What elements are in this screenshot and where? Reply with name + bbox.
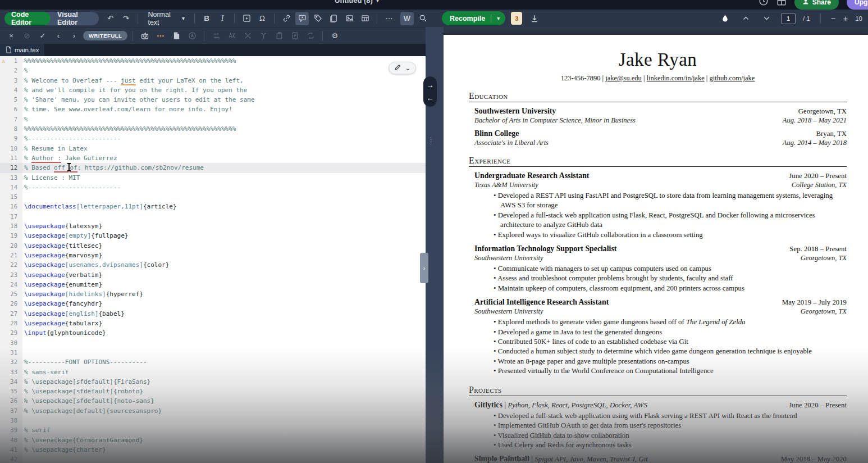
translate-icon[interactable] bbox=[225, 29, 239, 43]
upgrade-button[interactable]: Upgrade bbox=[847, 0, 868, 10]
history-icon[interactable] bbox=[759, 0, 769, 8]
chevron-down-icon[interactable]: ▾ bbox=[491, 15, 505, 21]
code-line[interactable]: 7% bbox=[0, 115, 434, 124]
paragraph-style-dropdown[interactable]: Normal text ▾ bbox=[143, 11, 189, 26]
italic-button[interactable]: I bbox=[216, 12, 229, 25]
divider-resize-handle[interactable]: › bbox=[420, 253, 428, 283]
bold-button[interactable]: B bbox=[200, 12, 213, 25]
code-line[interactable]: 4% and we'll compile it for you on the r… bbox=[0, 85, 434, 95]
close-icon[interactable]: × bbox=[4, 29, 18, 43]
ai-assistant-icon[interactable] bbox=[138, 29, 152, 43]
code-line[interactable]: 24\usepackage{enumitem} bbox=[0, 280, 434, 289]
code-line[interactable]: 37% \usepackage[default]{sourcesanspro} bbox=[0, 406, 434, 416]
contact-link[interactable]: jake@su.edu bbox=[605, 74, 642, 82]
code-line[interactable]: 11% Author : Jake Gutierrez bbox=[0, 153, 434, 163]
code-line[interactable]: 34% \usepackage[sfdefault]{FiraSans} bbox=[0, 377, 434, 387]
paraphrase-icon[interactable] bbox=[209, 29, 223, 43]
divider-drag-dots[interactable]: ⋮⋮ bbox=[428, 138, 434, 143]
code-line[interactable]: 20\usepackage{titlesec} bbox=[0, 241, 434, 251]
contrast-icon[interactable] bbox=[719, 12, 732, 25]
add-comment-button[interactable] bbox=[295, 12, 309, 25]
code-line[interactable]: 10% Resume in Latex bbox=[0, 144, 434, 153]
recompile-button[interactable]: Recompile ▾ bbox=[442, 11, 505, 25]
code-line[interactable]: 30 bbox=[0, 338, 434, 348]
code-line[interactable]: 36% \usepackage[sfdefault]{noto-sans} bbox=[0, 396, 434, 406]
split-sentence-icon[interactable] bbox=[241, 29, 254, 43]
code-line[interactable]: 3% Welcome to Overleaf --- just edit you… bbox=[0, 76, 434, 85]
search-icon[interactable] bbox=[416, 12, 430, 25]
code-line[interactable]: 6% time. See www.overleaf.com/learn for … bbox=[0, 105, 434, 114]
page-up-icon[interactable] bbox=[739, 12, 753, 25]
code-line[interactable]: 41% \usepackage{charter} bbox=[0, 445, 434, 455]
code-line[interactable]: 2% bbox=[0, 66, 434, 75]
code-line[interactable]: 19\usepackage[empty]{fullpage} bbox=[0, 231, 434, 240]
code-line[interactable]: 25\usepackage[hidelinks]{hyperref} bbox=[0, 289, 434, 299]
insert-link-button[interactable] bbox=[280, 12, 293, 25]
code-line[interactable]: 21\usepackage{marvosym} bbox=[0, 251, 434, 260]
edit-suggestion-widget[interactable]: ⌄ bbox=[389, 62, 416, 74]
writefull-w-button[interactable]: W bbox=[400, 12, 414, 25]
insert-figure-button[interactable] bbox=[342, 12, 356, 25]
code-line[interactable]: 13% License : MIT bbox=[0, 173, 434, 183]
code-editor-tab[interactable]: Code Editor bbox=[4, 12, 51, 25]
code-line[interactable]: 26\usepackage{fancyhdr} bbox=[0, 299, 434, 308]
code-line[interactable]: 15 bbox=[0, 192, 434, 202]
tag-icon[interactable] bbox=[311, 12, 325, 25]
next-suggestion-button[interactable]: › bbox=[67, 29, 81, 43]
code-line[interactable]: 8%%%%%%%%%%%%%%%%%%%%%%%%%%%%%%%%%%%%%%%… bbox=[0, 124, 434, 134]
code-line[interactable]: 38 bbox=[0, 416, 434, 425]
code-line[interactable]: 17 bbox=[0, 212, 434, 221]
code-line[interactable]: 23\usepackage{verbatim} bbox=[0, 270, 434, 280]
insert-citation-button[interactable] bbox=[327, 12, 340, 25]
code-line[interactable]: 40% \usepackage{CormorantGaramond} bbox=[0, 435, 434, 445]
insert-table-button[interactable] bbox=[358, 12, 372, 25]
page-number-input[interactable] bbox=[781, 13, 796, 24]
project-title-button[interactable]: Untitled (8) ▾ bbox=[335, 0, 379, 4]
tab-main-tex[interactable]: main.tex bbox=[0, 44, 44, 56]
code-line[interactable]: 39% serif bbox=[0, 425, 434, 435]
code-line[interactable]: 35% \usepackage[sfdefault]{roboto} bbox=[0, 387, 434, 396]
pane-divider[interactable]: → ← ⋮⋮ › bbox=[426, 27, 444, 463]
reject-all-icon[interactable]: ⊘ bbox=[20, 29, 34, 43]
contact-link[interactable]: linkedin.com/in/jake bbox=[647, 74, 705, 82]
share-button[interactable]: Share bbox=[794, 0, 839, 10]
redo-button[interactable]: ↷ bbox=[119, 12, 133, 25]
more-tools-button[interactable]: ⋯ bbox=[382, 12, 396, 25]
code-line[interactable]: 31 bbox=[0, 348, 434, 357]
contact-link[interactable]: github.com/jake bbox=[709, 74, 755, 82]
code-editor-surface[interactable]: ⚠1%%%%%%%%%%%%%%%%%%%%%%%%%%%%%%%%%%%%%%… bbox=[0, 56, 434, 463]
zoom-in-button[interactable]: + bbox=[843, 13, 848, 23]
language-check-icon[interactable] bbox=[185, 29, 199, 43]
prev-suggestion-button[interactable]: ‹ bbox=[52, 29, 65, 43]
code-line[interactable]: 42 bbox=[0, 455, 434, 463]
code-line[interactable]: 28\usepackage{tabularx} bbox=[0, 319, 434, 328]
zoom-out-button[interactable]: − bbox=[831, 13, 836, 23]
code-line[interactable]: 33% sans-serif bbox=[0, 367, 434, 377]
pdf-viewport[interactable]: Jake Ryan 123-456-7890 | jake@su.edu | l… bbox=[434, 27, 868, 463]
undo-button[interactable]: ↶ bbox=[103, 12, 117, 25]
download-pdf-icon[interactable] bbox=[528, 12, 541, 25]
sync-to-code-icon[interactable]: ← bbox=[427, 94, 434, 102]
join-sentence-icon[interactable] bbox=[257, 29, 270, 43]
code-line[interactable]: 22\usepackage[usenames,dvipsnames]{color… bbox=[0, 260, 434, 270]
clipboard-icon[interactable] bbox=[272, 29, 286, 43]
insert-math-button[interactable] bbox=[240, 12, 253, 25]
code-line[interactable]: 16\documentclass[letterpaper,11pt]{artic… bbox=[0, 202, 434, 211]
gear-icon[interactable]: ⚙ bbox=[328, 29, 341, 43]
visual-editor-tab[interactable]: Visual Editor bbox=[51, 12, 99, 25]
page-down-icon[interactable] bbox=[760, 12, 774, 25]
insert-symbol-button[interactable]: Ω bbox=[255, 12, 269, 25]
code-line[interactable]: 14%------------------------- bbox=[0, 183, 434, 192]
sync-to-pdf-icon[interactable]: → bbox=[427, 81, 434, 89]
accept-all-icon[interactable]: ✓ bbox=[36, 29, 49, 43]
code-line[interactable]: 29\input{glyphtounicode} bbox=[0, 328, 434, 338]
code-line[interactable]: 18\usepackage{latexsym} bbox=[0, 221, 434, 231]
code-line[interactable]: 9%------------------------- bbox=[0, 134, 434, 143]
suggestions-dots-icon[interactable] bbox=[154, 29, 167, 43]
code-line[interactable]: 27\usepackage[english]{babel} bbox=[0, 309, 434, 319]
code-line[interactable]: 32%----------FONT OPTIONS---------- bbox=[0, 357, 434, 367]
code-line[interactable]: 5% 'Share' menu, you can invite other us… bbox=[0, 95, 434, 105]
writefull-badge[interactable]: WRITEFULL bbox=[83, 31, 127, 40]
document-check-icon[interactable] bbox=[170, 29, 183, 43]
synonym-swap-icon[interactable] bbox=[304, 29, 317, 43]
